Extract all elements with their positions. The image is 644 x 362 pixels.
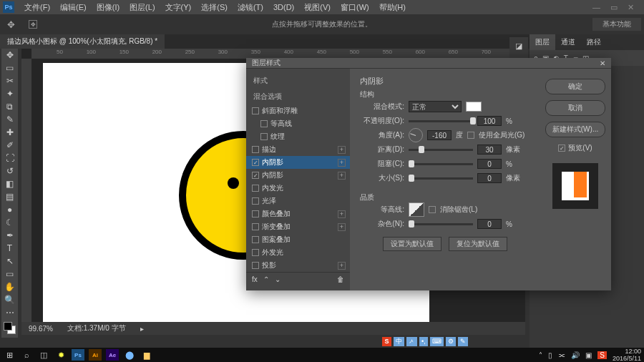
blend-options-header[interactable]: 混合选项 bbox=[246, 89, 350, 104]
size-slider[interactable] bbox=[409, 177, 473, 180]
opacity-input[interactable] bbox=[477, 116, 502, 126]
fg-color[interactable] bbox=[4, 322, 12, 331]
taskbar-ae[interactable]: Ae bbox=[106, 349, 119, 361]
menu-window[interactable]: 窗口(W) bbox=[336, 1, 374, 14]
doc-info[interactable]: 文档:1.37M/0 字节 bbox=[67, 323, 126, 333]
antialias-checkbox[interactable] bbox=[429, 206, 436, 213]
ime-settings-icon[interactable]: ⚙ bbox=[446, 337, 456, 346]
style-contour[interactable]: 等高线 bbox=[246, 117, 350, 130]
dodge-tool[interactable]: ☾ bbox=[1, 216, 18, 229]
noise-slider[interactable] bbox=[409, 223, 473, 225]
style-outer-glow[interactable]: 外发光 bbox=[246, 246, 350, 259]
menu-help[interactable]: 帮助(H) bbox=[375, 1, 410, 14]
start-button[interactable]: ⊞ bbox=[3, 349, 16, 361]
ime-moon-icon[interactable]: ᄼ bbox=[406, 337, 417, 346]
blur-tool[interactable]: ● bbox=[1, 203, 18, 216]
history-brush-tool[interactable]: ↺ bbox=[1, 165, 18, 177]
dialog-close-icon[interactable]: ✕ bbox=[600, 59, 605, 67]
move-tool[interactable]: ✥ bbox=[1, 49, 18, 62]
ime-toolbar[interactable]: S 中 ᄼ •, ⌨ ⚙ ✎ bbox=[382, 336, 468, 346]
healing-tool[interactable]: ✚ bbox=[1, 126, 18, 139]
opacity-slider[interactable] bbox=[409, 120, 473, 122]
menu-filter[interactable]: 滤镜(T) bbox=[233, 1, 268, 14]
global-light-checkbox[interactable] bbox=[467, 132, 474, 139]
fx-menu-icon[interactable]: fx bbox=[252, 275, 258, 283]
restore-icon[interactable]: ▭ bbox=[610, 3, 618, 12]
menu-select[interactable]: 选择(S) bbox=[197, 1, 232, 14]
tray-clock[interactable]: 12:00 2016/5/11 bbox=[613, 348, 641, 362]
style-pattern-overlay[interactable]: 图案叠加 bbox=[246, 233, 350, 246]
style-texture[interactable]: 纹理 bbox=[246, 130, 350, 143]
add-inner-shadow-icon[interactable]: + bbox=[338, 159, 346, 167]
make-default-button[interactable]: 设置为默认值 bbox=[383, 237, 441, 251]
minimize-icon[interactable]: — bbox=[592, 3, 600, 12]
document-tab[interactable]: 描边风格小图标 @ 100%(小太阳填充, RGB/8) * bbox=[0, 34, 165, 49]
choke-slider[interactable] bbox=[409, 163, 473, 165]
tray-ime-icon[interactable]: ▣ bbox=[585, 351, 592, 359]
fx-down-icon[interactable]: ⌄ bbox=[275, 275, 280, 283]
blendmode-select[interactable]: 正常 bbox=[409, 101, 462, 112]
style-inner-shadow-2[interactable]: 内阴影+ bbox=[246, 169, 350, 182]
size-input[interactable] bbox=[477, 173, 502, 183]
cancel-button[interactable]: 取消 bbox=[545, 100, 605, 116]
tray-wifi-icon[interactable]: ⫘ bbox=[558, 351, 565, 359]
tray-sogou-icon[interactable]: S bbox=[597, 351, 607, 359]
ime-skin-icon[interactable]: ✎ bbox=[458, 337, 468, 346]
distance-input[interactable] bbox=[477, 145, 502, 155]
menu-image[interactable]: 图像(I) bbox=[92, 1, 124, 14]
add-stroke-icon[interactable]: + bbox=[338, 146, 346, 154]
type-tool[interactable]: T bbox=[1, 242, 18, 255]
path-tool[interactable]: ↖ bbox=[1, 255, 18, 268]
menu-layer[interactable]: 图层(L) bbox=[125, 1, 159, 14]
style-gradient-overlay[interactable]: 渐变叠加+ bbox=[246, 220, 350, 233]
style-bevel[interactable]: 斜面和浮雕 bbox=[246, 104, 350, 117]
close-icon[interactable]: ✕ bbox=[628, 3, 634, 12]
crop-tool[interactable]: ⧉ bbox=[1, 100, 18, 113]
angle-dial[interactable] bbox=[409, 128, 423, 142]
eyedropper-tool[interactable]: ✎ bbox=[1, 113, 18, 126]
shadow-color-swatch[interactable] bbox=[466, 102, 482, 112]
search-icon[interactable]: ⌕ bbox=[20, 349, 33, 361]
zoom-tool[interactable]: 🔍 bbox=[1, 293, 18, 306]
add-inner-shadow-icon-2[interactable]: + bbox=[338, 172, 346, 180]
pen-tool[interactable]: ✒ bbox=[1, 229, 18, 242]
shape-tool[interactable]: ▭ bbox=[1, 268, 18, 280]
reset-default-button[interactable]: 复位为默认值 bbox=[449, 237, 507, 251]
wand-tool[interactable]: ✦ bbox=[1, 87, 18, 100]
add-gradient-overlay-icon[interactable]: + bbox=[338, 223, 346, 231]
marquee-tool[interactable]: ▭ bbox=[1, 62, 18, 74]
fx-up-icon[interactable]: ⌃ bbox=[263, 275, 269, 283]
eraser-tool[interactable]: ◧ bbox=[1, 177, 18, 190]
choke-input[interactable] bbox=[477, 159, 502, 169]
menu-3d[interactable]: 3D(D) bbox=[269, 1, 298, 13]
color-panel-icon[interactable]: ◪ bbox=[509, 41, 528, 51]
taskbar-explorer[interactable]: ▆ bbox=[140, 349, 153, 361]
tab-layers[interactable]: 图层 bbox=[530, 34, 555, 50]
zoom-level[interactable]: 99.67% bbox=[29, 325, 53, 333]
workspace-basic[interactable]: 基本功能 bbox=[592, 18, 641, 31]
taskview-icon[interactable]: ◫ bbox=[37, 349, 50, 361]
menu-edit[interactable]: 编辑(E) bbox=[56, 1, 91, 14]
style-inner-glow[interactable]: 内发光 bbox=[246, 182, 350, 195]
dialog-titlebar[interactable]: 图层样式 ✕ bbox=[246, 58, 611, 69]
ok-button[interactable]: 确定 bbox=[545, 79, 605, 94]
contour-picker[interactable] bbox=[409, 202, 424, 217]
status-caret-icon[interactable]: ▸ bbox=[140, 325, 144, 333]
move-tool-icon[interactable]: ✥ bbox=[7, 19, 15, 30]
taskbar-app1[interactable]: ⬤ bbox=[123, 349, 136, 361]
tool-preset-icon[interactable]: ✥ bbox=[29, 20, 37, 29]
taskbar-ai[interactable]: Ai bbox=[89, 349, 102, 361]
ime-softkb-icon[interactable]: ⌨ bbox=[430, 337, 444, 346]
distance-slider[interactable] bbox=[409, 149, 473, 151]
styles-header[interactable]: 样式 bbox=[246, 73, 350, 89]
fx-trash-icon[interactable]: 🗑 bbox=[337, 275, 344, 283]
style-satin[interactable]: 光泽 bbox=[246, 195, 350, 207]
new-style-button[interactable]: 新建样式(W)... bbox=[545, 122, 605, 137]
gradient-tool[interactable]: ▤ bbox=[1, 190, 18, 203]
tray-up-icon[interactable]: ˄ bbox=[539, 351, 542, 359]
ime-lang[interactable]: 中 bbox=[394, 337, 404, 346]
menu-view[interactable]: 视图(V) bbox=[300, 1, 335, 14]
add-drop-shadow-icon[interactable]: + bbox=[338, 262, 346, 270]
taskbar-ps[interactable]: Ps bbox=[72, 349, 84, 361]
ime-punct-icon[interactable]: •, bbox=[419, 337, 428, 346]
